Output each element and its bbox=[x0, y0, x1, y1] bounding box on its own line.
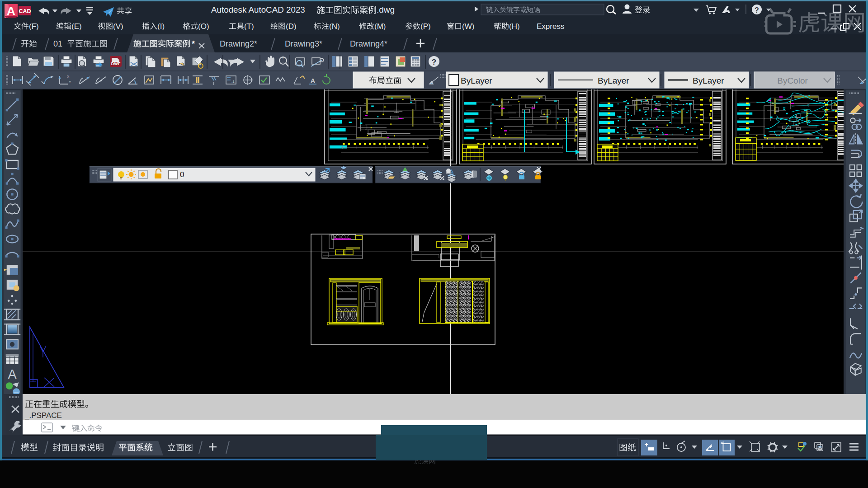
svg-text:(N): (N) bbox=[329, 22, 340, 31]
svg-text:Y: Y bbox=[69, 80, 71, 84]
svg-text:DWF: DWF bbox=[111, 61, 121, 66]
svg-text:A: A bbox=[311, 77, 316, 84]
svg-text:CAD: CAD bbox=[19, 8, 31, 14]
svg-text:(O): (O) bbox=[198, 22, 209, 31]
svg-text:*: * bbox=[192, 39, 195, 48]
svg-text:(P): (P) bbox=[420, 22, 431, 31]
svg-text:.dwg: .dwg bbox=[377, 5, 395, 14]
svg-text:A: A bbox=[7, 4, 15, 18]
svg-text:Drawing4*: Drawing4* bbox=[350, 39, 387, 48]
svg-text:Drawing2*: Drawing2* bbox=[220, 39, 257, 48]
svg-text:(I): (I) bbox=[157, 22, 165, 31]
svg-text:Autodesk AutoCAD 2023: Autodesk AutoCAD 2023 bbox=[211, 5, 305, 14]
svg-text:(F): (F) bbox=[29, 22, 39, 31]
svg-text:(H): (H) bbox=[509, 22, 520, 31]
svg-text:Express: Express bbox=[537, 22, 564, 31]
svg-text:(V): (V) bbox=[113, 22, 123, 31]
svg-text:(T): (T) bbox=[244, 22, 254, 31]
svg-text:A: A bbox=[8, 367, 16, 381]
svg-text:(E): (E) bbox=[71, 22, 82, 31]
svg-text:01: 01 bbox=[53, 39, 62, 48]
svg-text:ByLayer: ByLayer bbox=[461, 76, 492, 85]
svg-text:(D): (D) bbox=[286, 22, 297, 31]
svg-text:(W): (W) bbox=[462, 22, 474, 31]
svg-text:(M): (M) bbox=[374, 22, 386, 31]
svg-text:Drawing3*: Drawing3* bbox=[285, 39, 322, 48]
svg-text:X: X bbox=[67, 75, 70, 79]
svg-text:?: ? bbox=[755, 6, 759, 14]
svg-text:0: 0 bbox=[180, 170, 184, 179]
svg-text:.1: .1 bbox=[231, 80, 235, 84]
svg-text:ByLayer: ByLayer bbox=[693, 76, 724, 85]
svg-text:−: − bbox=[282, 60, 284, 64]
svg-text:ByLayer: ByLayer bbox=[598, 76, 629, 85]
svg-text:_.PSPACE: _.PSPACE bbox=[24, 411, 62, 420]
svg-text:ByColor: ByColor bbox=[777, 76, 808, 85]
svg-text:?: ? bbox=[432, 58, 436, 66]
